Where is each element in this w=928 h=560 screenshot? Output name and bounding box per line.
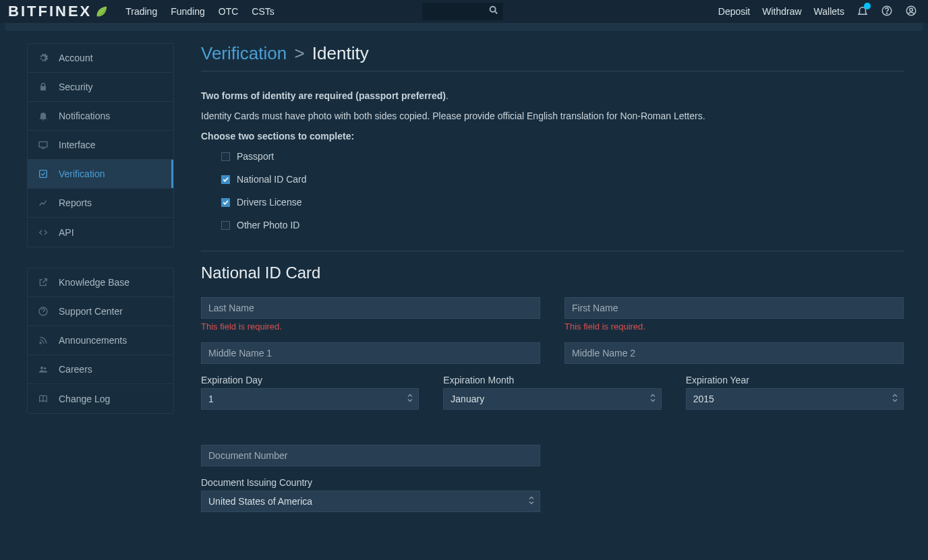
sidebar-item-label: Verification [59, 168, 105, 179]
middle-name-2-field [564, 342, 904, 364]
nav-otc[interactable]: OTC [219, 6, 239, 17]
issuing-country-field: Document Issuing Country United States o… [201, 477, 540, 512]
expiration-month-select[interactable]: January [443, 388, 661, 410]
book-icon [37, 393, 49, 405]
first-name-input[interactable] [564, 297, 904, 319]
sidebar-item-label: Interface [59, 139, 95, 150]
checkbox-label: Drivers License [237, 197, 301, 208]
svg-point-0 [490, 7, 495, 12]
intro-text: Two forms of identity are required (pass… [201, 90, 904, 142]
sidebar-item-account[interactable]: Account [28, 44, 173, 73]
sidebar-item-api[interactable]: API [28, 218, 173, 247]
sidebar: Account Security Notifications Interface… [27, 43, 174, 539]
middle-name-1-input[interactable] [201, 342, 540, 364]
sidebar-item-notifications[interactable]: Notifications [28, 102, 173, 131]
checkbox-icon [221, 152, 230, 161]
subheader-strip [5, 23, 923, 31]
field-label: Expiration Year [686, 375, 904, 385]
search-icon [488, 7, 499, 18]
nav-trading[interactable]: Trading [125, 6, 157, 17]
checkbox-passport[interactable]: Passport [221, 151, 904, 162]
checkbox-icon [221, 198, 230, 207]
nav-withdraw[interactable]: Withdraw [762, 6, 801, 17]
help-icon [37, 305, 49, 317]
sidebar-item-label: API [59, 227, 74, 238]
checkbox-label: National ID Card [237, 174, 307, 185]
expiration-year-field: Expiration Year 2015 [686, 375, 904, 410]
last-name-field: This field is required. [201, 297, 540, 332]
top-bar: BITFINEX Trading Funding OTC CSTs Deposi… [0, 0, 928, 23]
bell-icon [37, 110, 49, 122]
sidebar-group-account: Account Security Notifications Interface… [27, 43, 174, 247]
checkbox-label: Other Photo ID [237, 220, 299, 230]
brand[interactable]: BITFINEX [8, 3, 109, 20]
form-spacer [201, 421, 904, 434]
expiration-day-select[interactable]: 1 [201, 388, 419, 410]
section-heading: National ID Card [201, 263, 904, 282]
search-button[interactable] [488, 5, 499, 18]
document-number-field [201, 445, 540, 466]
checkbox-label: Passport [237, 151, 274, 162]
nav-wallets[interactable]: Wallets [814, 6, 844, 17]
expiration-year-select[interactable]: 2015 [686, 388, 904, 410]
sidebar-item-knowledge-base[interactable]: Knowledge Base [28, 268, 173, 297]
svg-rect-8 [40, 170, 47, 178]
notifications-button[interactable] [857, 5, 869, 19]
breadcrumb-sep: > [294, 43, 304, 63]
leaf-icon [93, 3, 109, 20]
code-icon [37, 226, 49, 239]
blank-cell [564, 445, 904, 466]
global-search [422, 3, 503, 20]
monitor-icon [37, 139, 49, 151]
sidebar-item-security[interactable]: Security [28, 73, 173, 102]
expiration-day-field: Expiration Day 1 [201, 375, 419, 410]
intro-line-3: Choose two sections to complete: [201, 131, 904, 142]
sidebar-item-change-log[interactable]: Change Log [28, 384, 173, 413]
checkbox-icon [221, 221, 230, 230]
nav-deposit[interactable]: Deposit [718, 6, 750, 17]
sidebar-item-careers[interactable]: Careers [28, 355, 173, 384]
checkbox-other-photo-id[interactable]: Other Photo ID [221, 220, 904, 230]
checkbox-national-id[interactable]: National ID Card [221, 174, 904, 185]
notification-dot [864, 3, 871, 9]
sidebar-item-label: Notifications [59, 111, 110, 121]
nav-funding[interactable]: Funding [171, 6, 205, 17]
sidebar-item-label: Reports [59, 197, 92, 208]
sidebar-item-verification[interactable]: Verification [28, 160, 173, 189]
svg-line-1 [495, 11, 497, 13]
id-type-checklist: Passport National ID Card Drivers Licens… [221, 151, 904, 230]
first-name-field: This field is required. [564, 297, 904, 332]
help-button[interactable] [881, 5, 893, 19]
sidebar-item-support-center[interactable]: Support Center [28, 297, 173, 326]
svg-point-11 [40, 367, 43, 369]
issuing-country-select[interactable]: United States of America [201, 491, 540, 512]
sidebar-item-reports[interactable]: Reports [28, 189, 173, 218]
svg-point-12 [44, 367, 46, 369]
check-square-icon [37, 168, 49, 180]
sidebar-item-label: Knowledge Base [59, 277, 129, 288]
chart-line-icon [37, 197, 49, 209]
first-name-error: This field is required. [564, 321, 904, 332]
sidebar-item-label: Announcements [59, 335, 127, 346]
middle-name-2-input[interactable] [564, 342, 904, 364]
people-icon [37, 363, 49, 375]
breadcrumb-root[interactable]: Verification [201, 43, 287, 63]
user-icon [905, 5, 917, 19]
lock-icon [37, 81, 49, 93]
rss-icon [37, 334, 49, 346]
svg-point-10 [40, 342, 41, 344]
account-button[interactable] [905, 5, 917, 19]
sidebar-item-label: Careers [59, 364, 92, 375]
page-title: Verification > Identity [201, 43, 904, 71]
nav-csts[interactable]: CSTs [252, 6, 274, 17]
last-name-input[interactable] [201, 297, 540, 319]
sidebar-group-support: Knowledge Base Support Center Announceme… [27, 268, 174, 414]
sidebar-item-label: Support Center [59, 306, 123, 317]
secondary-nav: Deposit Withdraw Wallets [718, 5, 917, 19]
middle-name-1-field [201, 342, 540, 364]
sidebar-item-interface[interactable]: Interface [28, 131, 173, 160]
intro-bold: Two forms of identity are required (pass… [201, 90, 446, 101]
sidebar-item-announcements[interactable]: Announcements [28, 326, 173, 355]
document-number-input[interactable] [201, 445, 540, 466]
checkbox-drivers-license[interactable]: Drivers License [221, 197, 904, 208]
